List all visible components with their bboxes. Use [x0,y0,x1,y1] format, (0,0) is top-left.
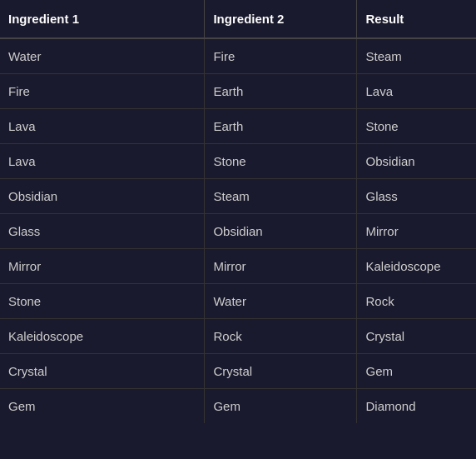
cell-result: Kaleidoscope [357,249,476,284]
header-ingredient1: Ingredient 1 [0,0,205,38]
cell-ingredient2: Fire [205,38,357,74]
cell-ingredient2: Earth [205,109,357,144]
cell-ingredient1: Stone [0,284,205,319]
cell-ingredient1: Crystal [0,354,205,389]
cell-result: Steam [357,38,476,74]
cell-result: Glass [357,179,476,214]
cell-ingredient2: Crystal [205,354,357,389]
cell-ingredient2: Gem [205,389,357,424]
cell-result: Mirror [357,214,476,249]
header-ingredient2: Ingredient 2 [205,0,357,38]
table-row: MirrorMirrorKaleidoscope [0,249,476,284]
cell-ingredient2: Water [205,284,357,319]
table-row: ObsidianSteamGlass [0,179,476,214]
table-row: StoneWaterRock [0,284,476,319]
cell-ingredient2: Stone [205,144,357,179]
cell-ingredient1: Lava [0,109,205,144]
cell-ingredient1: Mirror [0,249,205,284]
cell-ingredient1: Glass [0,214,205,249]
cell-result: Lava [357,74,476,109]
table-row: FireEarthLava [0,74,476,109]
table-row: GemGemDiamond [0,389,476,424]
table-row: LavaEarthStone [0,109,476,144]
combinations-table: Ingredient 1 Ingredient 2 Result WaterFi… [0,0,476,423]
cell-ingredient1: Kaleidoscope [0,319,205,354]
header-result: Result [357,0,476,38]
cell-result: Crystal [357,319,476,354]
cell-result: Diamond [357,389,476,424]
cell-ingredient2: Earth [205,74,357,109]
cell-result: Rock [357,284,476,319]
cell-ingredient1: Lava [0,144,205,179]
table-header-row: Ingredient 1 Ingredient 2 Result [0,0,476,38]
cell-ingredient2: Mirror [205,249,357,284]
table-row: CrystalCrystalGem [0,354,476,389]
table-row: KaleidoscopeRockCrystal [0,319,476,354]
table-row: GlassObsidianMirror [0,214,476,249]
cell-result: Gem [357,354,476,389]
cell-ingredient2: Steam [205,179,357,214]
table-row: WaterFireSteam [0,38,476,74]
cell-ingredient1: Fire [0,74,205,109]
cell-ingredient1: Water [0,38,205,74]
cell-ingredient1: Gem [0,389,205,424]
cell-result: Stone [357,109,476,144]
cell-result: Obsidian [357,144,476,179]
cell-ingredient2: Obsidian [205,214,357,249]
table-row: LavaStoneObsidian [0,144,476,179]
cell-ingredient1: Obsidian [0,179,205,214]
cell-ingredient2: Rock [205,319,357,354]
